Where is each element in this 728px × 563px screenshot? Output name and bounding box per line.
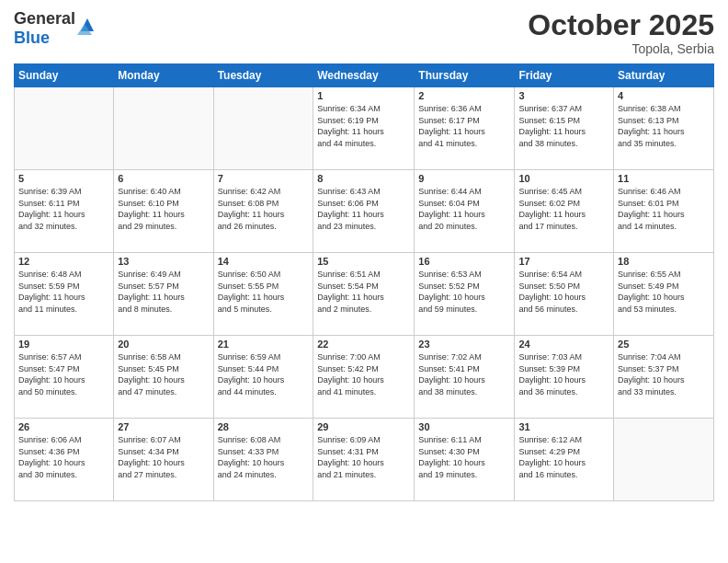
day-info: Sunrise: 6:53 AM Sunset: 5:52 PM Dayligh…	[418, 269, 510, 315]
day-number: 17	[518, 256, 609, 267]
day-number: 4	[618, 90, 710, 101]
day-number: 18	[618, 256, 710, 267]
calendar-cell: 2Sunrise: 6:36 AM Sunset: 6:17 PM Daylig…	[415, 87, 515, 170]
day-info: Sunrise: 6:49 AM Sunset: 5:57 PM Dayligh…	[118, 269, 209, 315]
calendar-table: Sunday Monday Tuesday Wednesday Thursday…	[14, 63, 714, 501]
day-info: Sunrise: 6:45 AM Sunset: 6:02 PM Dayligh…	[518, 186, 609, 232]
day-number: 8	[317, 173, 410, 184]
day-number: 12	[18, 256, 109, 267]
day-number: 10	[518, 173, 609, 184]
day-number: 27	[118, 421, 209, 432]
day-number: 29	[317, 421, 410, 432]
day-number: 11	[618, 173, 710, 184]
day-number: 16	[418, 256, 510, 267]
calendar-cell: 10Sunrise: 6:45 AM Sunset: 6:02 PM Dayli…	[515, 170, 614, 253]
day-number: 24	[518, 339, 609, 350]
calendar-cell: 27Sunrise: 6:07 AM Sunset: 4:34 PM Dayli…	[114, 419, 213, 501]
calendar-cell: 28Sunrise: 6:08 AM Sunset: 4:33 PM Dayli…	[213, 419, 313, 501]
calendar-cell: 20Sunrise: 6:58 AM Sunset: 5:45 PM Dayli…	[114, 336, 213, 419]
week-row-4: 19Sunrise: 6:57 AM Sunset: 5:47 PM Dayli…	[15, 336, 714, 419]
week-row-5: 26Sunrise: 6:06 AM Sunset: 4:36 PM Dayli…	[15, 419, 714, 501]
calendar-cell: 14Sunrise: 6:50 AM Sunset: 5:55 PM Dayli…	[213, 253, 313, 336]
day-info: Sunrise: 6:55 AM Sunset: 5:49 PM Dayligh…	[618, 269, 710, 315]
day-info: Sunrise: 6:51 AM Sunset: 5:54 PM Dayligh…	[317, 269, 410, 315]
page-header: General Blue October 2025 Topola, Serbia	[14, 9, 714, 56]
day-number: 3	[518, 90, 609, 101]
header-friday: Friday	[515, 64, 614, 87]
header-thursday: Thursday	[415, 64, 515, 87]
calendar-cell: 13Sunrise: 6:49 AM Sunset: 5:57 PM Dayli…	[114, 253, 213, 336]
day-info: Sunrise: 6:07 AM Sunset: 4:34 PM Dayligh…	[118, 434, 209, 480]
calendar-cell: 9Sunrise: 6:44 AM Sunset: 6:04 PM Daylig…	[415, 170, 515, 253]
day-number: 5	[18, 173, 109, 184]
logo-blue-label: Blue	[14, 29, 50, 47]
day-info: Sunrise: 6:09 AM Sunset: 4:31 PM Dayligh…	[317, 434, 410, 480]
calendar-cell	[213, 87, 313, 170]
day-info: Sunrise: 7:02 AM Sunset: 5:41 PM Dayligh…	[418, 351, 510, 397]
day-info: Sunrise: 6:54 AM Sunset: 5:50 PM Dayligh…	[518, 269, 609, 315]
day-number: 14	[218, 256, 310, 267]
day-number: 1	[317, 90, 410, 101]
day-number: 6	[118, 173, 209, 184]
day-info: Sunrise: 6:06 AM Sunset: 4:36 PM Dayligh…	[18, 434, 109, 480]
header-wednesday: Wednesday	[313, 64, 415, 87]
calendar-cell: 3Sunrise: 6:37 AM Sunset: 6:15 PM Daylig…	[515, 87, 614, 170]
day-info: Sunrise: 6:40 AM Sunset: 6:10 PM Dayligh…	[118, 186, 209, 232]
header-tuesday: Tuesday	[213, 64, 313, 87]
day-number: 21	[218, 339, 310, 350]
calendar-cell: 1Sunrise: 6:34 AM Sunset: 6:19 PM Daylig…	[313, 87, 415, 170]
day-info: Sunrise: 6:59 AM Sunset: 5:44 PM Dayligh…	[218, 351, 310, 397]
day-info: Sunrise: 6:37 AM Sunset: 6:15 PM Dayligh…	[518, 103, 609, 149]
day-info: Sunrise: 6:48 AM Sunset: 5:59 PM Dayligh…	[18, 269, 109, 315]
calendar-cell: 17Sunrise: 6:54 AM Sunset: 5:50 PM Dayli…	[515, 253, 614, 336]
month-title: October 2025	[528, 9, 714, 41]
calendar-cell	[15, 87, 114, 170]
day-number: 13	[118, 256, 209, 267]
day-number: 31	[518, 421, 609, 432]
calendar-cell: 30Sunrise: 6:11 AM Sunset: 4:30 PM Dayli…	[415, 419, 515, 501]
day-info: Sunrise: 6:36 AM Sunset: 6:17 PM Dayligh…	[418, 103, 510, 149]
weekday-header-row: Sunday Monday Tuesday Wednesday Thursday…	[15, 64, 714, 87]
day-number: 15	[317, 256, 410, 267]
day-info: Sunrise: 7:03 AM Sunset: 5:39 PM Dayligh…	[518, 351, 609, 397]
logo-general-label: General	[14, 9, 75, 28]
calendar-cell: 11Sunrise: 6:46 AM Sunset: 6:01 PM Dayli…	[614, 170, 714, 253]
day-info: Sunrise: 7:00 AM Sunset: 5:42 PM Dayligh…	[317, 351, 410, 397]
calendar-cell: 29Sunrise: 6:09 AM Sunset: 4:31 PM Dayli…	[313, 419, 415, 501]
calendar-cell: 24Sunrise: 7:03 AM Sunset: 5:39 PM Dayli…	[515, 336, 614, 419]
calendar-cell: 23Sunrise: 7:02 AM Sunset: 5:41 PM Dayli…	[415, 336, 515, 419]
header-monday: Monday	[114, 64, 213, 87]
day-info: Sunrise: 6:50 AM Sunset: 5:55 PM Dayligh…	[218, 269, 310, 315]
day-info: Sunrise: 6:43 AM Sunset: 6:06 PM Dayligh…	[317, 186, 410, 232]
calendar-cell	[114, 87, 213, 170]
header-saturday: Saturday	[614, 64, 714, 87]
logo-general-text: General Blue	[14, 9, 75, 48]
day-info: Sunrise: 7:04 AM Sunset: 5:37 PM Dayligh…	[618, 351, 710, 397]
day-number: 23	[418, 339, 510, 350]
calendar-cell: 21Sunrise: 6:59 AM Sunset: 5:44 PM Dayli…	[213, 336, 313, 419]
calendar-cell: 4Sunrise: 6:38 AM Sunset: 6:13 PM Daylig…	[614, 87, 714, 170]
day-info: Sunrise: 6:12 AM Sunset: 4:29 PM Dayligh…	[518, 434, 609, 480]
day-info: Sunrise: 6:39 AM Sunset: 6:11 PM Dayligh…	[18, 186, 109, 232]
day-info: Sunrise: 6:38 AM Sunset: 6:13 PM Dayligh…	[618, 103, 710, 149]
day-number: 7	[218, 173, 310, 184]
day-info: Sunrise: 6:58 AM Sunset: 5:45 PM Dayligh…	[118, 351, 209, 397]
calendar-cell: 25Sunrise: 7:04 AM Sunset: 5:37 PM Dayli…	[614, 336, 714, 419]
calendar-cell: 15Sunrise: 6:51 AM Sunset: 5:54 PM Dayli…	[313, 253, 415, 336]
day-info: Sunrise: 6:08 AM Sunset: 4:33 PM Dayligh…	[218, 434, 310, 480]
day-number: 2	[418, 90, 510, 101]
location: Topola, Serbia	[528, 41, 714, 56]
calendar-cell: 18Sunrise: 6:55 AM Sunset: 5:49 PM Dayli…	[614, 253, 714, 336]
day-info: Sunrise: 6:57 AM Sunset: 5:47 PM Dayligh…	[18, 351, 109, 397]
day-number: 22	[317, 339, 410, 350]
day-info: Sunrise: 6:42 AM Sunset: 6:08 PM Dayligh…	[218, 186, 310, 232]
page-container: General Blue October 2025 Topola, Serbia…	[0, 0, 728, 563]
day-number: 9	[418, 173, 510, 184]
calendar-cell: 5Sunrise: 6:39 AM Sunset: 6:11 PM Daylig…	[15, 170, 114, 253]
logo-icon	[77, 15, 97, 35]
day-number: 28	[218, 421, 310, 432]
day-info: Sunrise: 6:44 AM Sunset: 6:04 PM Dayligh…	[418, 186, 510, 232]
title-block: October 2025 Topola, Serbia	[528, 9, 714, 56]
calendar-cell: 8Sunrise: 6:43 AM Sunset: 6:06 PM Daylig…	[313, 170, 415, 253]
calendar-cell: 19Sunrise: 6:57 AM Sunset: 5:47 PM Dayli…	[15, 336, 114, 419]
